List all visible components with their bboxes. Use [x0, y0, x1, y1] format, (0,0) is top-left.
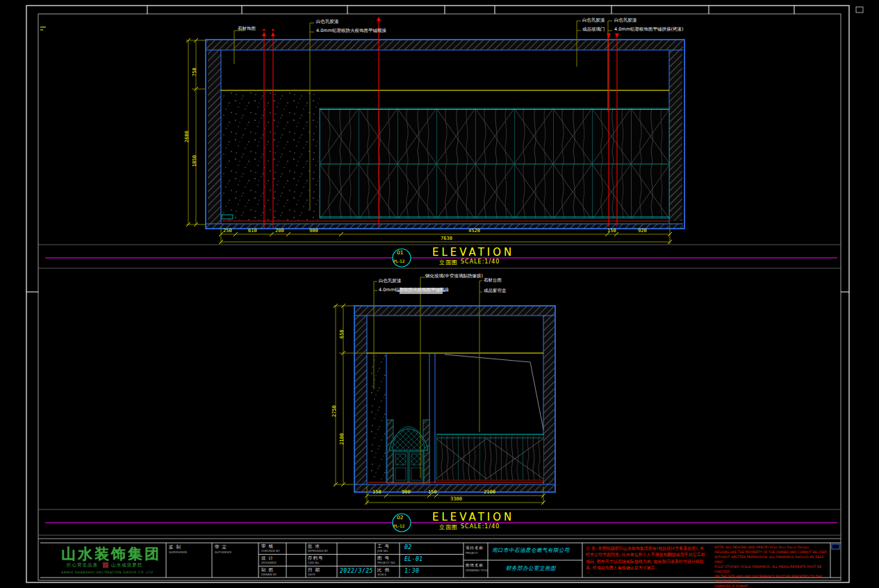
dim-value: 2100: [484, 489, 495, 495]
field-label-en: SUPERVISOR: [169, 550, 187, 554]
dim-value: 150: [607, 228, 616, 234]
sheet-linework: [0, 0, 879, 588]
elevation-title: ELEVATION: [432, 246, 514, 259]
company-logo: 山水装饰集团: [61, 546, 161, 562]
field-label-en: AUTHORIZE: [215, 550, 231, 554]
drawing-title-value: 财务部办公室立面图: [506, 565, 556, 572]
field-label-en: PROJECT NO.: [377, 561, 396, 564]
field-label-cn: 图纸名称: [466, 563, 484, 567]
material-label: 石材饰面: [238, 26, 256, 31]
logo-red-seal: [103, 562, 108, 568]
drawing-number-value: EL-01: [404, 556, 423, 562]
detail-number: 01: [397, 250, 404, 256]
elevation-scale: SCALE:1/40: [461, 523, 500, 530]
dim-total: 2750: [331, 405, 337, 417]
dim-value: 1850: [192, 155, 197, 167]
dim-total: 2600: [184, 131, 190, 142]
project-name-value: 周口市中石油昆仑燃气有限公司: [492, 547, 570, 554]
field-label-cn: 监 制: [169, 545, 181, 550]
copyright-note-en: NOTE: ALL DESIGNS AND SPECIFI Shan Shui …: [714, 545, 828, 588]
dim-value: 650: [339, 329, 345, 338]
dim-value: 150: [428, 489, 437, 495]
corner-mark: [856, 7, 863, 13]
date-value: 2022/3/25: [340, 568, 373, 574]
detail-sheet-tag: PL-12: [393, 259, 405, 264]
field-label-en: DATE: [308, 573, 315, 576]
material-label: 石材台面: [484, 278, 502, 283]
field-label-en: SCALE: [377, 573, 386, 576]
field-label-cn: 审 定: [215, 545, 227, 550]
material-label: 白色乳胶漆: [614, 18, 637, 23]
field-label-en: DRAWING TITLE: [466, 569, 488, 572]
scale-value: 1:30: [404, 568, 419, 574]
dim-value: 900: [309, 228, 318, 234]
field-label-en: DRAWN BY: [261, 573, 277, 576]
material-label: 钢化玻璃(中空玻璃贴防爆膜): [425, 274, 483, 279]
dim-value: 280: [275, 228, 284, 234]
logo-english-line: ANHUI SHANSHUI DECORATION GROUP CO.,LTD: [61, 571, 154, 574]
cad-sheet: 石材饰面 白色乳胶漆 4.0mm铝塑板防火板饰面平铺顺接 白色乳胶漆 成品玻璃门…: [0, 0, 879, 588]
job-number-value: 02: [404, 544, 412, 550]
material-label: 白色乳胶漆: [582, 18, 605, 23]
logo-tagline-left: 匠心营造品质: [67, 563, 98, 568]
elevation-scale: SCALE:1/40: [461, 259, 500, 265]
stone-column-texture: [368, 354, 386, 482]
dim-value: 610: [248, 228, 257, 234]
field-label-en: DESIGNED: [261, 561, 277, 564]
material-label: 白色乳胶漆: [316, 19, 339, 24]
field-label-en: PROJECT: [466, 551, 478, 555]
elevation-02-drawing: [334, 277, 555, 505]
dim-value: 4520: [468, 228, 480, 234]
detail-sheet-tag: PL-12: [393, 524, 405, 529]
elevation-title-cn: 立面图: [439, 523, 458, 531]
dim-value: 920: [638, 228, 647, 234]
field-label-en: CAD No.: [308, 561, 320, 564]
detail-number: 02: [397, 515, 404, 521]
layout-mark: [40, 27, 46, 30]
field-label-en: JOB NO.: [377, 549, 388, 553]
material-label: 成品玻璃门: [582, 27, 605, 32]
dim-value: 250: [223, 228, 232, 234]
dim-value: 2100: [339, 433, 345, 445]
elevation-01-drawing: [186, 17, 684, 244]
dim-value: 900: [402, 489, 411, 495]
dim-total: 3300: [450, 496, 462, 502]
projection-line: [445, 354, 543, 430]
dim-total: 7630: [441, 236, 452, 241]
material-label: 4.0mm铝塑板防火板饰面平铺顺接: [379, 288, 449, 293]
elevation-title: ELEVATION: [432, 511, 514, 523]
dim-value: 750: [192, 67, 197, 76]
logo-tagline-right: 山水成就梦想: [111, 563, 142, 568]
cabinet: [436, 434, 543, 480]
field-label-cn: 项目名称: [466, 546, 484, 550]
material-label: 白色乳胶漆: [379, 279, 402, 284]
field-label-en: APPROVED BY: [308, 549, 328, 553]
copyright-note-cn: 注 意: 本图纸版权归山水装饰集团所有(包括设计方案及创意), 未经本公司书面同…: [586, 545, 708, 571]
stone-wall-texture: [222, 92, 320, 221]
title-block-logo-box: [832, 544, 839, 549]
material-label: 4.0mm铝塑板饰面平铺拼接(烤漆): [614, 27, 684, 32]
elevation-title-cn: 立面图: [439, 259, 458, 266]
material-label: 4.0mm铝塑板防火板饰面平铺顺接: [316, 28, 386, 33]
arched-door: [387, 420, 429, 483]
dim-value: 150: [372, 489, 381, 495]
field-label-en: CHECKED BY: [261, 549, 279, 553]
material-label: 成品窗帘盒: [484, 288, 507, 293]
